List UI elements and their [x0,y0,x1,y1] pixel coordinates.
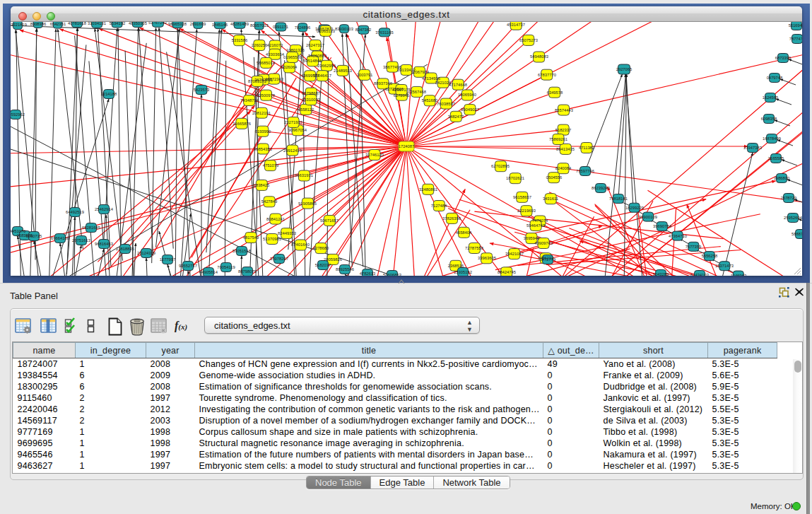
svg-text:6193990: 6193990 [255,129,271,134]
svg-text:80500978: 80500978 [257,93,275,98]
svg-text:43303654: 43303654 [266,52,285,57]
svg-text:88925546: 88925546 [336,267,354,271]
svg-text:90967054: 90967054 [288,128,307,132]
svg-text:65281685: 65281685 [82,226,100,230]
svg-text:5182037: 5182037 [315,263,331,267]
svg-text:45314737: 45314737 [507,23,525,27]
svg-text:6026064: 6026064 [281,65,298,69]
svg-text:31665876: 31665876 [233,122,251,126]
svg-text:39690784: 39690784 [653,224,672,228]
svg-text:05310033: 05310033 [302,98,320,102]
svg-text:01065133: 01065133 [317,29,335,33]
svg-text:2927065: 2927065 [616,67,632,71]
svg-text:32480861: 32480861 [419,187,437,192]
svg-text:1046963: 1046963 [731,274,747,276]
svg-text:8908386: 8908386 [30,22,47,26]
svg-text:37947383: 37947383 [743,146,762,150]
svg-text:23124329: 23124329 [137,251,155,255]
svg-text:6272046: 6272046 [394,93,410,98]
svg-text:5556258: 5556258 [702,254,718,258]
svg-text:22219693: 22219693 [517,209,536,213]
svg-text:1724087: 1724087 [399,144,415,148]
svg-text:2578729: 2578729 [781,196,797,200]
svg-text:43321819: 43321819 [11,23,27,27]
svg-text:8240084: 8240084 [555,166,572,170]
svg-text:4711382: 4711382 [579,146,594,150]
svg-text:85574443: 85574443 [555,108,573,112]
svg-text:2214188: 2214188 [101,92,117,96]
svg-text:4817549: 4817549 [243,235,259,240]
svg-text:53767242: 53767242 [148,22,167,25]
svg-text:58887947: 58887947 [792,232,802,236]
svg-text:34060883: 34060883 [308,54,326,58]
svg-text:64492519: 64492519 [66,210,84,214]
svg-text:50606853: 50606853 [383,273,401,276]
svg-text:47174648: 47174648 [449,83,467,87]
svg-text:5182337: 5182337 [555,128,572,132]
svg-text:6873395: 6873395 [775,56,792,60]
svg-text:33963605: 33963605 [478,256,496,260]
svg-text:0479748: 0479748 [767,76,783,80]
svg-text:39421047: 39421047 [505,252,524,256]
svg-text:89413435: 89413435 [556,147,575,151]
svg-text:15371473: 15371473 [715,264,734,268]
svg-text:70054119: 70054119 [217,265,235,269]
svg-text:29912419: 29912419 [283,148,302,153]
svg-text:65075273: 65075273 [519,38,538,42]
svg-text:5534192: 5534192 [110,22,126,25]
svg-text:54948083: 54948083 [530,54,548,59]
svg-text:37826398: 37826398 [442,216,461,221]
svg-text:44905814: 44905814 [199,270,218,274]
svg-text:5427849: 5427849 [261,199,278,204]
svg-text:21818835: 21818835 [116,247,134,251]
svg-text:5516940: 5516940 [789,23,802,28]
svg-text:61434103: 61434103 [690,273,709,276]
svg-text:12067974: 12067974 [411,70,430,74]
svg-text:86239240: 86239240 [592,186,610,190]
svg-text:59514846: 59514846 [303,59,322,63]
svg-text:96631931: 96631931 [295,173,313,177]
svg-text:55646417: 55646417 [313,74,331,78]
svg-text:19065940: 19065940 [458,93,476,97]
svg-text:59464743: 59464743 [526,223,545,228]
svg-text:99854353: 99854353 [254,147,272,151]
svg-text:7824896: 7824896 [295,25,311,30]
svg-text:76038597: 76038597 [437,102,455,106]
svg-text:1277997: 1277997 [160,257,176,262]
svg-text:1043289: 1043289 [653,272,669,276]
svg-text:0391171: 0391171 [273,25,288,29]
svg-text:4216073: 4216073 [267,43,283,47]
svg-text:7474074: 7474074 [532,218,548,223]
svg-text:59051518: 59051518 [233,249,251,253]
svg-text:1838425: 1838425 [254,183,270,187]
svg-text:86798079: 86798079 [238,269,257,274]
svg-text:35978207: 35978207 [270,257,288,261]
svg-text:4751079: 4751079 [263,163,279,168]
svg-text:82449353: 82449353 [278,231,296,235]
svg-text:6098358: 6098358 [761,117,777,121]
svg-text:4782613: 4782613 [360,271,376,276]
svg-text:15305152: 15305152 [454,270,472,274]
svg-text:87083172: 87083172 [248,79,266,83]
svg-text:0472779: 0472779 [540,257,556,262]
svg-text:7877470: 7877470 [789,37,802,41]
svg-text:2165585: 2165585 [768,156,784,160]
svg-text:50671657: 50671657 [320,218,339,223]
svg-text:18702621: 18702621 [506,176,524,180]
svg-text:95798687: 95798687 [302,91,320,95]
svg-text:28059826: 28059826 [324,257,342,262]
svg-text:16878499: 16878499 [763,136,781,141]
svg-text:3695944: 3695944 [524,236,540,240]
svg-text:74348734: 74348734 [240,98,259,103]
svg-text:51370985: 51370985 [263,237,281,241]
svg-text:0504556: 0504556 [546,175,563,180]
svg-text:2368516: 2368516 [448,264,464,268]
svg-text:4558122: 4558122 [298,107,314,112]
svg-text:99049027: 99049027 [461,107,479,112]
svg-text:8347382: 8347382 [355,28,372,32]
svg-text:01965569: 01965569 [283,55,302,59]
svg-text:31034131: 31034131 [88,22,106,25]
svg-text:5331586: 5331586 [232,38,248,42]
svg-text:69664160: 69664160 [51,236,69,240]
svg-text:25952694: 25952694 [784,216,802,220]
